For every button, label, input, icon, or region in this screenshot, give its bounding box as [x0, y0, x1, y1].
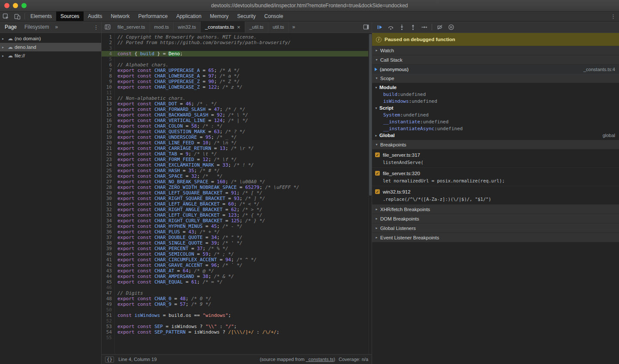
scope-property[interactable]: __instantiateAsync: undefined — [372, 125, 619, 132]
window-zoom-button[interactable] — [21, 3, 27, 8]
section-xhr-fetch-breakpoints[interactable]: ▸XHR/fetch Breakpoints — [372, 205, 619, 214]
call-stack-frame[interactable]: (anonymous)_constants.ts:4 — [372, 65, 619, 74]
code-line[interactable]: 8export const CHAR_LOWERCASE_A = 97; /* … — [102, 73, 368, 79]
window-close-button[interactable] — [4, 3, 9, 8]
line-number[interactable]: 6 — [102, 62, 114, 68]
more-options-icon[interactable]: ⋮ — [607, 12, 619, 21]
breakpoint-checkbox[interactable] — [375, 189, 380, 194]
line-number[interactable]: 27 — [102, 179, 114, 185]
tab-security[interactable]: Security — [233, 12, 260, 21]
step-out-icon[interactable] — [407, 21, 418, 33]
code-line[interactable]: 37export const CHAR_DOUBLE_QUOTE = 34; /… — [102, 235, 368, 240]
code-line[interactable]: 21export const CHAR_CARRIAGE_RETURN = 13… — [102, 146, 368, 151]
resume-script-icon[interactable] — [374, 21, 385, 33]
line-number[interactable]: 31 — [102, 201, 114, 207]
code-line[interactable]: 34export const CHAR_RIGHT_CURLY_BRACKET … — [102, 218, 368, 224]
breakpoint-checkbox[interactable] — [375, 152, 380, 157]
editor-scrollbar[interactable] — [368, 33, 372, 354]
line-number[interactable]: 2 — [102, 40, 114, 45]
scope-group-module[interactable]: ▾Module — [372, 84, 619, 91]
code-line[interactable]: 4const { build } = Deno; — [102, 51, 368, 57]
navigator-tab-page[interactable]: Page — [1, 21, 21, 33]
code-line[interactable]: 54export const SEP_PATTERN = isWindows ?… — [102, 329, 368, 335]
scope-property[interactable]: System: undefined — [372, 111, 619, 118]
line-number[interactable]: 34 — [102, 218, 114, 224]
line-number[interactable]: 48 — [102, 296, 114, 301]
tab-audits[interactable]: Audits — [84, 12, 106, 21]
code-line[interactable]: 35export const CHAR_HYPHEN_MINUS = 45; /… — [102, 224, 368, 229]
code-line[interactable]: 18export const CHAR_QUESTION_MARK = 63; … — [102, 129, 368, 134]
line-number[interactable]: 52 — [102, 318, 114, 324]
code-line[interactable]: 23export const CHAR_FORM_FEED = 12; /* \… — [102, 157, 368, 162]
line-number[interactable]: 3 — [102, 45, 114, 51]
source-mapped-link[interactable]: _constants.ts — [306, 357, 334, 362]
code-line[interactable]: 50 — [102, 307, 368, 313]
line-number[interactable]: 7 — [102, 68, 114, 73]
code-line[interactable]: 1// Copyright the Browserify authors. MI… — [102, 34, 368, 40]
line-number[interactable]: 20 — [102, 140, 114, 146]
code-line[interactable]: 39export const CHAR_PERCENT = 37; /* % *… — [102, 246, 368, 251]
code-line[interactable]: 7export const CHAR_UPPERCASE_A = 65; /* … — [102, 68, 368, 73]
code-line[interactable]: 20export const CHAR_LINE_FEED = 10; /* \… — [102, 140, 368, 146]
tab-sources[interactable]: Sources — [56, 12, 84, 21]
inspect-element-icon[interactable] — [0, 12, 12, 21]
code-line[interactable]: 33export const CHAR_LEFT_CURLY_BRACKET =… — [102, 212, 368, 218]
pause-on-exceptions-icon[interactable] — [445, 21, 457, 33]
line-number[interactable]: 45 — [102, 279, 114, 285]
tab-memory[interactable]: Memory — [206, 12, 233, 21]
code-line[interactable]: 41export const CHAR_CIRCUMFLEX_ACCENT = … — [102, 257, 368, 263]
code-line[interactable]: 51const isWindows = build.os == "windows… — [102, 313, 368, 318]
line-number[interactable]: 29 — [102, 190, 114, 196]
line-number[interactable]: 4 — [102, 51, 114, 57]
line-number[interactable]: 36 — [102, 229, 114, 235]
breakpoint-checkbox[interactable] — [375, 171, 380, 176]
line-number[interactable]: 53 — [102, 324, 114, 329]
tree-item-no-domain[interactable]: ▸☁(no domain) — [0, 34, 101, 43]
line-number[interactable]: 19 — [102, 134, 114, 140]
code-line[interactable]: 46 — [102, 285, 368, 290]
tree-item-deno-land[interactable]: ▸☁deno.land — [0, 43, 101, 51]
file-tab-file-server-ts[interactable]: file_server.ts — [113, 21, 150, 33]
line-number[interactable]: 35 — [102, 224, 114, 229]
code-line[interactable]: 47// Digits — [102, 290, 368, 296]
line-number[interactable]: 47 — [102, 290, 114, 296]
scope-property[interactable]: isWindows: undefined — [372, 98, 619, 104]
section-call-stack[interactable]: ▾Call Stack — [372, 55, 619, 65]
scope-group-script[interactable]: ▾Script — [372, 104, 619, 111]
code-line[interactable]: 10export const CHAR_LOWERCASE_Z = 122; /… — [102, 84, 368, 90]
line-number[interactable]: 28 — [102, 185, 114, 190]
navigator-tab-filesystem[interactable]: Filesystem — [21, 21, 53, 33]
code-line[interactable]: 2// Ported from https://github.com/brows… — [102, 40, 368, 45]
file-tab-mod-ts[interactable]: mod.ts — [150, 21, 174, 33]
breakpoint-snippet[interactable]: .replace(/^\/*([A-Za-z]:)(\/|$)/, "$1/") — [383, 197, 616, 202]
line-number[interactable]: 54 — [102, 329, 114, 335]
code-line[interactable]: 40export const CHAR_SEMICOLON = 59; /* ;… — [102, 251, 368, 257]
line-number[interactable]: 1 — [102, 34, 114, 40]
navigator-more-tabs-icon[interactable]: » — [53, 21, 60, 33]
code-line[interactable]: 6// Alphabet chars. — [102, 62, 368, 68]
section-watch[interactable]: ▸Watch — [372, 46, 619, 55]
line-number[interactable]: 12 — [102, 95, 114, 101]
code-line[interactable]: 48export const CHAR_0 = 48; /* 0 */ — [102, 296, 368, 301]
line-number[interactable]: 23 — [102, 157, 114, 162]
toggle-debugger-panel-icon[interactable] — [361, 21, 372, 33]
code-line[interactable]: 17export const CHAR_COLON = 58; /* : */ — [102, 123, 368, 129]
line-number[interactable]: 10 — [102, 84, 114, 90]
code-line[interactable]: 44export const CHAR_AMPERSAND = 38; /* &… — [102, 274, 368, 279]
code-line[interactable]: 38export const CHAR_SINGLE_QUOTE = 39; /… — [102, 240, 368, 246]
code-editor[interactable]: 1// Copyright the Browserify authors. MI… — [102, 33, 372, 354]
scope-property[interactable]: build: undefined — [372, 91, 619, 98]
code-line[interactable]: 11 — [102, 90, 368, 95]
tab-application[interactable]: Application — [172, 12, 206, 21]
breakpoint-snippet[interactable]: listenAndServe( — [383, 160, 616, 165]
scrollbar-thumb[interactable] — [369, 34, 372, 196]
section-breakpoints[interactable]: ▾Breakpoints — [372, 140, 619, 149]
code-line[interactable]: 5 — [102, 57, 368, 62]
tab-console[interactable]: Console — [260, 12, 288, 21]
window-minimize-button[interactable] — [13, 3, 18, 8]
code-line[interactable]: 19export const CHAR_UNDERSCORE = 95; /* … — [102, 134, 368, 140]
code-line[interactable]: 12// Non-alphabetic chars. — [102, 95, 368, 101]
line-number[interactable]: 26 — [102, 173, 114, 179]
code-line[interactable]: 15export const CHAR_BACKWARD_SLASH = 92;… — [102, 112, 368, 118]
line-number[interactable]: 11 — [102, 90, 114, 95]
